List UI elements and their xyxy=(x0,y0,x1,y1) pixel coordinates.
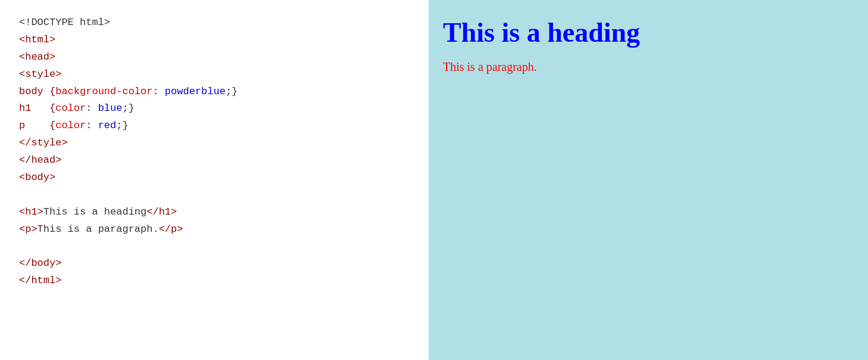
code-panel: <!DOCTYPE html><html><head><style>body {… xyxy=(0,0,429,360)
code-token: color xyxy=(55,103,86,114)
code-token: <style> xyxy=(19,69,61,80)
code-line xyxy=(19,238,410,256)
code-token: </body> xyxy=(19,257,61,269)
code-line: <body> xyxy=(19,169,410,187)
code-token: </head> xyxy=(19,154,61,166)
code-line: <head> xyxy=(19,49,410,66)
code-line: </body> xyxy=(19,255,410,272)
code-token: ;} xyxy=(226,86,238,97)
preview-paragraph: This is a paragraph. xyxy=(443,60,854,74)
code-line: <p>This is a paragraph.</p> xyxy=(19,221,410,238)
code-token: body { xyxy=(19,86,55,97)
code-token: h1 { xyxy=(19,103,55,114)
code-line: <!DOCTYPE html> xyxy=(19,14,410,32)
code-token: </p> xyxy=(159,224,183,235)
code-line: <style> xyxy=(19,66,410,83)
code-token: background-color xyxy=(55,86,152,97)
code-line: </head> xyxy=(19,152,410,169)
code-token: <h1> xyxy=(19,206,43,218)
code-token: color xyxy=(55,120,86,131)
preview-heading: This is a heading xyxy=(443,17,854,48)
code-token: <head> xyxy=(19,51,55,63)
code-token: <p> xyxy=(19,224,38,235)
code-token: <!DOCTYPE html> xyxy=(19,17,110,28)
preview-panel: This is a heading This is a paragraph. xyxy=(429,0,868,360)
code-token: : xyxy=(86,120,98,131)
code-line xyxy=(19,187,410,204)
code-token: p { xyxy=(19,120,55,131)
code-line: </style> xyxy=(19,135,410,152)
code-line: </html> xyxy=(19,272,410,290)
code-token: <body> xyxy=(19,172,55,183)
code-line: h1 {color: blue;} xyxy=(19,100,410,117)
code-token: </h1> xyxy=(146,206,177,218)
code-token: ;} xyxy=(122,103,134,114)
code-line: <h1>This is a heading</h1> xyxy=(19,204,410,221)
code-token: This is a heading xyxy=(43,206,146,218)
code-token: powderblue xyxy=(165,86,226,97)
code-token: red xyxy=(98,120,117,131)
code-token: blue xyxy=(98,103,123,114)
code-token: </style> xyxy=(19,137,68,148)
code-token: ;} xyxy=(116,120,128,131)
code-line: <html> xyxy=(19,32,410,49)
code-line: body {background-color: powderblue;} xyxy=(19,83,410,101)
code-line: p {color: red;} xyxy=(19,117,410,135)
code-token: : xyxy=(152,86,164,97)
code-token: : xyxy=(86,103,98,114)
code-token: <html> xyxy=(19,34,55,45)
code-token: </html> xyxy=(19,275,61,286)
code-token: This is a paragraph. xyxy=(38,224,159,235)
